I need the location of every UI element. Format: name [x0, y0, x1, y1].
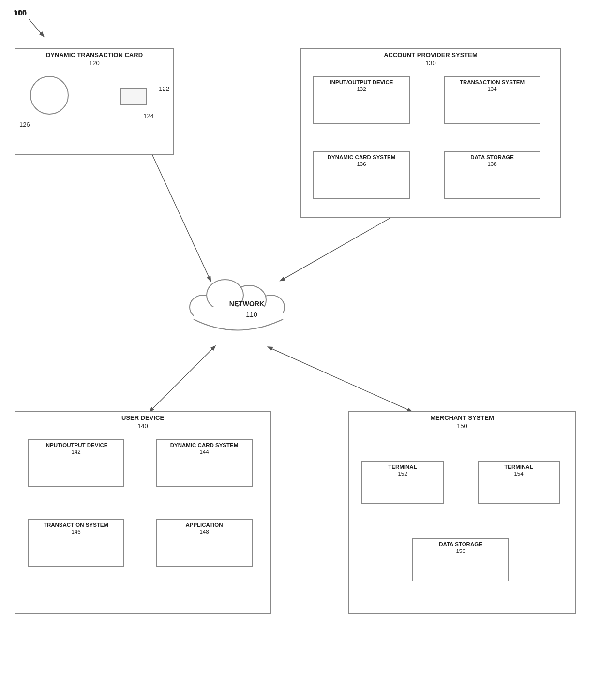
transaction-system-134-box: TRANSACTION SYSTEM 134: [444, 76, 540, 124]
chip-id-label: 122: [159, 85, 169, 92]
transaction-system-134-title: TRANSACTION SYSTEM: [445, 77, 540, 86]
dynamic-transaction-card-title: DYNAMIC TRANSACTION CARD: [15, 49, 173, 60]
terminal-154-id: 154: [479, 471, 559, 478]
svg-point-3: [190, 295, 217, 319]
io-device-142-box: INPUT/OUTPUT DEVICE 142: [28, 439, 124, 487]
svg-line-9: [150, 150, 210, 281]
circle-id-label: 126: [19, 121, 30, 128]
terminal-152-id: 152: [362, 471, 443, 478]
terminal-154-title: TERMINAL: [479, 462, 559, 471]
io-device-132-title: INPUT/OUTPUT DEVICE: [314, 77, 409, 86]
dynamic-card-system-144-id: 144: [157, 449, 252, 456]
data-storage-156-box: DATA STORAGE 156: [412, 538, 509, 581]
dynamic-card-system-144-box: DYNAMIC CARD SYSTEM 144: [156, 439, 253, 487]
user-device-title: USER DEVICE: [15, 412, 270, 422]
terminal-152-title: TERMINAL: [362, 462, 443, 471]
svg-point-1: [218, 293, 256, 327]
terminal-154-box: TERMINAL 154: [478, 461, 560, 504]
diagram: 100: [0, 0, 600, 700]
io-device-132-box: INPUT/OUTPUT DEVICE 132: [313, 76, 410, 124]
person-circle-icon: [30, 76, 69, 115]
terminal-152-box: TERMINAL 152: [361, 461, 444, 504]
svg-line-12: [271, 348, 411, 411]
arrow-id-label: 124: [143, 112, 154, 119]
svg-line-0: [29, 19, 44, 36]
chip-icon: [120, 88, 147, 105]
data-storage-138-id: 138: [445, 161, 540, 168]
io-device-142-title: INPUT/OUTPUT DEVICE: [29, 440, 123, 449]
data-storage-156-id: 156: [413, 548, 508, 555]
io-device-142-id: 142: [29, 449, 123, 456]
dynamic-card-system-136-box: DYNAMIC CARD SYSTEM 136: [313, 151, 410, 199]
data-storage-138-box: DATA STORAGE 138: [444, 151, 540, 199]
network-id: 110: [237, 311, 266, 318]
data-storage-156-title: DATA STORAGE: [413, 539, 508, 548]
merchant-system-id: 150: [349, 422, 575, 432]
svg-line-11: [150, 348, 213, 411]
transaction-system-134-id: 134: [445, 86, 540, 93]
dynamic-card-system-136-title: DYNAMIC CARD SYSTEM: [314, 152, 409, 161]
user-device-box: USER DEVICE 140 INPUT/OUTPUT DEVICE 142 …: [15, 411, 271, 614]
merchant-system-title: MERCHANT SYSTEM: [349, 412, 575, 422]
account-provider-system-title: ACCOUNT PROVIDER SYSTEM: [301, 49, 560, 60]
figure-number: 100: [14, 9, 27, 17]
dynamic-transaction-card-box: DYNAMIC TRANSACTION CARD 120 126 122 124: [15, 48, 174, 155]
account-provider-system-id: 130: [301, 60, 560, 69]
transaction-system-146-box: TRANSACTION SYSTEM 146: [28, 519, 124, 567]
transaction-system-146-id: 146: [29, 529, 123, 536]
merchant-system-box: MERCHANT SYSTEM 150 TERMINAL 152 TERMINA…: [348, 411, 576, 614]
dynamic-transaction-card-id: 120: [15, 60, 173, 69]
application-148-title: APPLICATION: [157, 520, 252, 529]
account-provider-system-box: ACCOUNT PROVIDER SYSTEM 130 INPUT/OUTPUT…: [300, 48, 561, 218]
data-storage-138-title: DATA STORAGE: [445, 152, 540, 161]
dynamic-card-system-136-id: 136: [314, 161, 409, 168]
application-148-id: 148: [157, 529, 252, 536]
dynamic-card-system-144-title: DYNAMIC CARD SYSTEM: [157, 440, 252, 449]
transaction-system-146-title: TRANSACTION SYSTEM: [29, 520, 123, 529]
application-148-box: APPLICATION 148: [156, 519, 253, 567]
io-device-132-id: 132: [314, 86, 409, 93]
user-device-id: 140: [15, 422, 270, 432]
network-label: NETWORK: [218, 300, 276, 308]
